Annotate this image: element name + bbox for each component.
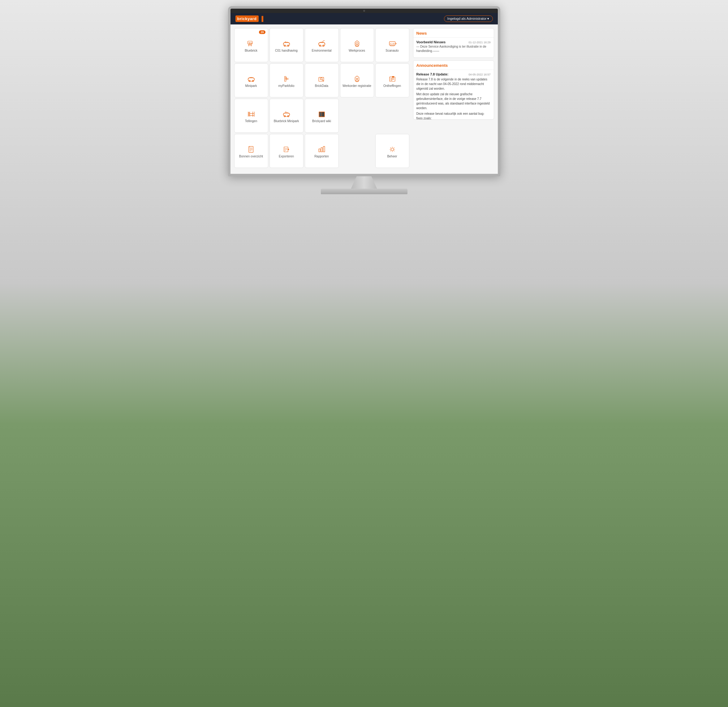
tile-rapporten-label: Rapporten [314, 154, 329, 158]
svg-text:€: € [249, 146, 250, 148]
scanauto-icon: SC-4N-M8 [387, 39, 397, 49]
svg-point-68 [391, 148, 394, 151]
bluebrick-icon: Blue Brick [246, 39, 256, 49]
app-container: brickyard ▐ Ingelogd als Administrator ▾… [231, 13, 498, 174]
ontheffingen-icon [387, 74, 397, 84]
werkorder-icon [352, 74, 362, 84]
ann-item-title: Release 7.8 Update: [416, 72, 449, 76]
svg-line-28 [322, 79, 323, 81]
grid-row-4: € Bonnen overzicht [234, 134, 409, 168]
logo-text: brickyard [235, 16, 259, 22]
stand-base [321, 189, 407, 194]
minipark-icon [246, 74, 256, 84]
bluebrick-minipark-icon [282, 109, 292, 119]
ann-para-1: Release 7.8 is de volgende in de reeks v… [416, 77, 491, 91]
tile-werkproces-label: Werkproces [349, 49, 365, 53]
tile-bluebrick[interactable]: 29 Blue Brick Bluebrick [234, 28, 268, 62]
tile-bonnen[interactable]: € Bonnen overzicht [234, 134, 268, 168]
svg-line-8 [285, 41, 286, 42]
svg-rect-65 [319, 149, 320, 152]
beheer-icon [387, 144, 397, 154]
tile-minipark-label: Minipark [246, 84, 257, 88]
logo-icon: ▐ [260, 16, 263, 22]
grid-row-3: Tellingen Bluebrick Minipark [234, 99, 409, 133]
svg-text:Brick: Brick [248, 44, 252, 45]
main-content: 29 Blue Brick Bluebrick [231, 25, 498, 172]
monitor-top-bezel [231, 9, 498, 13]
svg-point-27 [320, 78, 322, 79]
tile-ontheffingen[interactable]: Ontheffingen [375, 63, 409, 97]
tile-brickdata-label: BrickData [315, 84, 328, 88]
brickdata-icon [317, 74, 327, 84]
tile-exporteren[interactable]: Exporteren [270, 134, 303, 168]
ann-para-3: Deze release bevat natuurlijk ook een aa… [416, 111, 491, 119]
announcements-panel: Announcements Release 7.8 Update: 04-05-… [413, 60, 494, 120]
svg-rect-38 [392, 76, 394, 78]
tile-werkorder[interactable]: Werkorder registratie [340, 63, 374, 97]
tile-beheer[interactable]: Beheer [375, 134, 409, 168]
tile-myparkfolio[interactable]: myParkfolio [270, 63, 303, 97]
right-panels: News Voorbeeld Nieuws 01-12-2021 16:29 —… [413, 28, 494, 168]
admin-button[interactable]: Ingelogd als Administrator ▾ [444, 16, 493, 22]
tile-tellingen[interactable]: Tellingen [234, 99, 268, 133]
news-item-date: 01-12-2021 16:29 [468, 41, 490, 44]
badge-bluebrick: 29 [259, 30, 265, 34]
tile-bluebrick-label: Bluebrick [245, 49, 257, 53]
monitor-stand [228, 176, 500, 194]
exporteren-icon [282, 144, 292, 154]
svg-line-50 [285, 111, 286, 112]
tile-beheer-label: Beheer [387, 154, 397, 158]
news-title: News [413, 29, 494, 38]
tile-rapporten[interactable]: Rapporten [305, 134, 339, 168]
tile-environmental[interactable]: Environmental [305, 28, 339, 62]
tile-exporteren-label: Exporteren [279, 154, 294, 158]
grid-row-2: Minipark myParkfolio [234, 63, 409, 97]
logo-area: brickyard ▐ [235, 16, 263, 22]
werkproces-icon [352, 39, 362, 49]
monitor-wrapper: brickyard ▐ Ingelogd als Administrator ▾… [228, 6, 500, 194]
svg-text:Blue: Blue [249, 42, 253, 44]
c01-icon [282, 39, 292, 49]
tile-scanauto-label: Scanauto [386, 49, 399, 53]
svg-rect-67 [323, 146, 325, 152]
monitor-screen: brickyard ▐ Ingelogd als Administrator ▾… [228, 6, 500, 176]
environmental-icon [317, 39, 327, 49]
tile-c01[interactable]: C01 handhaving [270, 28, 303, 62]
wiki-icon [317, 109, 327, 119]
svg-rect-53 [322, 112, 324, 116]
tile-brickyard-wiki[interactable]: Brickyard wiki [305, 99, 339, 133]
tile-brickyard-wiki-label: Brickyard wiki [312, 119, 331, 123]
stand-neck [345, 176, 383, 189]
tile-scanauto[interactable]: SC-4N-M8 Scanauto [375, 28, 409, 62]
tile-tellingen-label: Tellingen [245, 119, 257, 123]
tile-brickdata[interactable]: BrickData [305, 63, 339, 97]
tile-ontheffingen-label: Ontheffingen [383, 84, 401, 88]
svg-rect-22 [285, 76, 286, 81]
tile-bluebrick-minipark-label: Bluebrick Minipark [274, 119, 299, 123]
announcements-content: Release 7.8 Update: 04-05-2022 16:57 Rel… [413, 70, 494, 119]
svg-text:SC-4N-M8: SC-4N-M8 [390, 43, 397, 44]
rapporten-icon [317, 144, 327, 154]
svg-point-13 [356, 42, 358, 44]
empty-tile [340, 134, 374, 168]
grid-row-1: 29 Blue Brick Bluebrick [234, 28, 409, 62]
tile-bonnen-label: Bonnen overzicht [239, 154, 263, 158]
ann-item-text: Release 7.8 is de volgende in de reeks v… [416, 77, 491, 119]
svg-rect-66 [321, 147, 322, 152]
news-item-text: — Deze Service Aankondiging is ter illus… [416, 45, 491, 53]
ann-header: Release 7.8 Update: 04-05-2022 16:57 [416, 72, 491, 76]
ann-para-2: Met deze update zal de nieuwe grafische … [416, 92, 491, 110]
tile-minipark[interactable]: Minipark [234, 63, 268, 97]
tile-c01-label: C01 handhaving [275, 49, 298, 53]
tile-werkorder-label: Werkorder registratie [342, 84, 371, 88]
header: brickyard ▐ Ingelogd als Administrator ▾ [231, 13, 498, 25]
tellingen-icon [246, 109, 256, 119]
ann-item-date: 04-05-2022 16:57 [468, 73, 490, 76]
announcements-title: Announcements [413, 61, 494, 70]
news-item-title: Voorbeeld Nieuws [416, 40, 446, 44]
news-item: Voorbeeld Nieuws 01-12-2021 16:29 — Deze… [416, 40, 491, 53]
svg-point-30 [356, 78, 358, 79]
grid-area: 29 Blue Brick Bluebrick [234, 28, 409, 168]
tile-bluebrick-minipark[interactable]: Bluebrick Minipark [270, 99, 303, 133]
tile-werkproces[interactable]: Werkproces [340, 28, 374, 62]
